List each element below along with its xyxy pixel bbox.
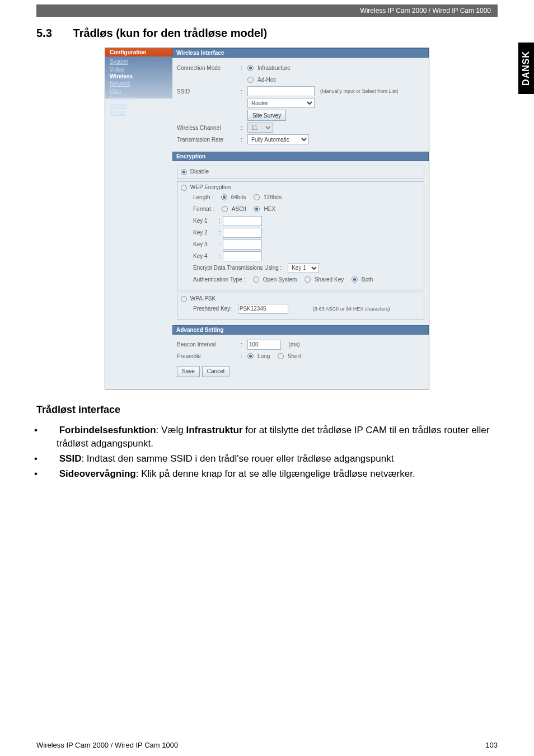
language-tab: DANSK <box>518 43 534 94</box>
radio-wpa[interactable] <box>181 296 187 302</box>
bullet-1: Forbindelsesfunktion: Vælg Infrastruktur… <box>36 424 498 451</box>
opt-ascii: ASCII <box>232 206 246 212</box>
config-header: Configuration <box>105 48 172 57</box>
radio-wep[interactable] <box>181 185 187 191</box>
router-select[interactable]: Router <box>247 98 315 108</box>
radio-64bits[interactable] <box>221 194 227 200</box>
wireless-channel-select[interactable]: 11 <box>247 123 273 133</box>
encryption-title: Encryption <box>172 152 429 161</box>
opt-infrastructure: Infrastructure <box>257 65 291 71</box>
cancel-button[interactable]: Cancel <box>202 366 229 377</box>
preshared-label: Preshared Key: <box>193 306 232 312</box>
transmission-rate-select[interactable]: Fully Automatic <box>247 134 309 144</box>
key1-label: Key 1 <box>193 218 217 224</box>
sidebar-item-wireless[interactable]: Wireless <box>110 73 168 79</box>
body-text: Trådløst interface Forbindelsesfunktion:… <box>36 404 498 481</box>
radio-long[interactable] <box>247 353 254 359</box>
opt-short: Short <box>288 353 301 359</box>
opt-long: Long <box>257 353 270 359</box>
wpa-label: WPA-PSK <box>190 295 216 302</box>
ssid-hint: (Manually Input or Select from List) <box>320 88 399 94</box>
config-screenshot: Configuration System Video Wireless Netw… <box>105 48 429 389</box>
config-main: Wireless Interface Connection Mode : Inf… <box>172 48 429 389</box>
preshared-input[interactable] <box>238 304 288 314</box>
bullet-2: SSID: Indtast den samme SSID i den trådl… <box>36 452 498 466</box>
footer-left: Wireless IP Cam 2000 / Wired IP Cam 1000 <box>36 741 178 749</box>
key2-label: Key 2 <box>193 229 217 236</box>
preamble-label: Preamble <box>177 353 238 359</box>
sidebar-item-datetime[interactable]: Date/Time <box>110 95 168 101</box>
radio-open-system[interactable] <box>253 276 259 283</box>
beacon-input[interactable] <box>247 340 281 350</box>
wireless-interface-title: Wireless Interface <box>172 48 429 58</box>
key4-input[interactable] <box>223 251 262 261</box>
encrypt-using-label: Encrypt Data Transmissions Using : <box>193 265 282 271</box>
advanced-title: Advanced Setting <box>172 325 429 335</box>
radio-disable[interactable] <box>181 169 187 175</box>
disable-label: Disable <box>190 168 209 175</box>
preshared-hint: (8-63 ASCII or 64 HEX characters) <box>313 306 390 312</box>
radio-both[interactable] <box>352 276 358 283</box>
key3-input[interactable] <box>223 240 262 250</box>
opt-shared-key: Shared Key <box>315 276 344 283</box>
body-heading: Trådløst interface <box>36 404 498 416</box>
section-heading: Trådløs (kun for den trådløse model) <box>73 27 268 39</box>
wep-label: WEP Encryption <box>190 184 231 190</box>
save-button[interactable]: Save <box>177 366 200 377</box>
footer: Wireless IP Cam 2000 / Wired IP Cam 1000… <box>36 741 498 749</box>
bullet-3: Sideovervågning: Klik på denne knap for … <box>36 467 498 481</box>
opt-adhoc: Ad-Hoc <box>257 77 276 83</box>
radio-shared-key[interactable] <box>305 276 311 283</box>
section-number: 5.3 <box>36 27 70 40</box>
key2-input[interactable] <box>223 228 262 238</box>
radio-adhoc[interactable] <box>247 77 254 83</box>
opt-64bits: 64bits <box>231 194 246 200</box>
opt-hex: HEX <box>264 206 275 212</box>
sidebar-item-upload[interactable]: Upload <box>110 102 168 109</box>
footer-page-number: 103 <box>485 741 498 749</box>
radio-infrastructure[interactable] <box>247 65 254 71</box>
opt-both: Both <box>362 276 373 283</box>
sidebar-item-user[interactable]: User <box>110 88 168 94</box>
connection-mode-label: Connection Mode <box>177 65 238 71</box>
header-product: Wireless IP Cam 2000 / Wired IP Cam 1000 <box>360 7 491 15</box>
radio-hex[interactable] <box>254 206 260 212</box>
ssid-input[interactable] <box>247 86 315 96</box>
transmission-rate-label: Transmission Rate <box>177 137 238 143</box>
beacon-label: Beacon Interval <box>177 341 238 348</box>
site-survey-button[interactable]: Site Survey <box>247 110 286 121</box>
radio-short[interactable] <box>278 353 284 359</box>
sidebar-item-network[interactable]: Network <box>110 81 168 87</box>
sidebar-item-video[interactable]: Video <box>110 66 168 72</box>
encrypt-using-select[interactable]: Key 1 <box>288 263 319 273</box>
header-bar: Wireless IP Cam 2000 / Wired IP Cam 1000 <box>36 4 498 17</box>
sidebar-item-system[interactable]: System <box>110 59 168 65</box>
language-tab-label: DANSK <box>521 51 531 86</box>
sidebar-item-email[interactable]: E-mail <box>110 110 168 116</box>
ssid-label: SSID <box>177 88 238 95</box>
auth-type-label: Authentication Type : <box>193 276 245 283</box>
section-title: 5.3 Trådløs (kun for den trådløse model) <box>36 27 498 40</box>
wireless-channel-label: Wireless Channel <box>177 125 238 131</box>
key1-input[interactable] <box>223 216 262 226</box>
radio-ascii[interactable] <box>222 206 228 212</box>
beacon-unit: (ms) <box>289 341 300 348</box>
radio-128bits[interactable] <box>254 194 260 200</box>
opt-open-system: Open System <box>263 276 297 283</box>
key3-label: Key 3 <box>193 241 217 247</box>
length-label: Length : <box>193 194 213 200</box>
opt-128bits: 128bits <box>264 194 282 200</box>
config-sidebar: Configuration System Video Wireless Netw… <box>105 48 172 389</box>
format-label: Format : <box>193 206 214 212</box>
key4-label: Key 4 <box>193 253 217 259</box>
